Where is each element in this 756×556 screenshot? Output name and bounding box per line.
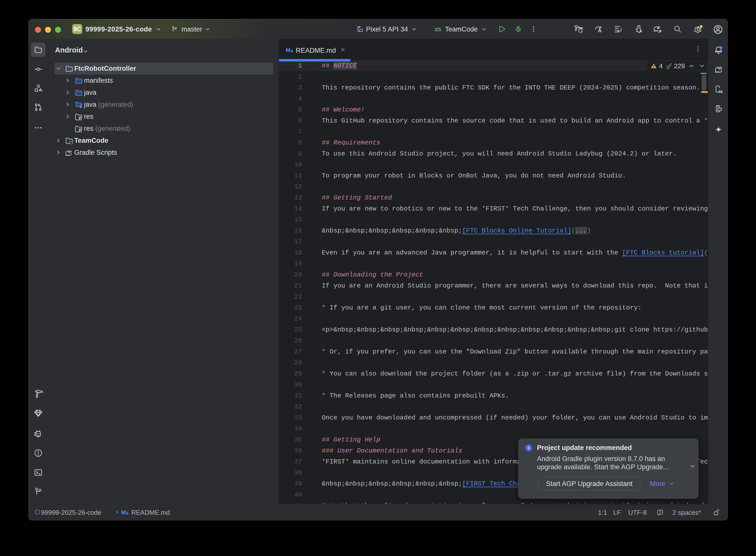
svg-text:M: M xyxy=(286,47,290,53)
svg-text:M: M xyxy=(121,509,126,516)
